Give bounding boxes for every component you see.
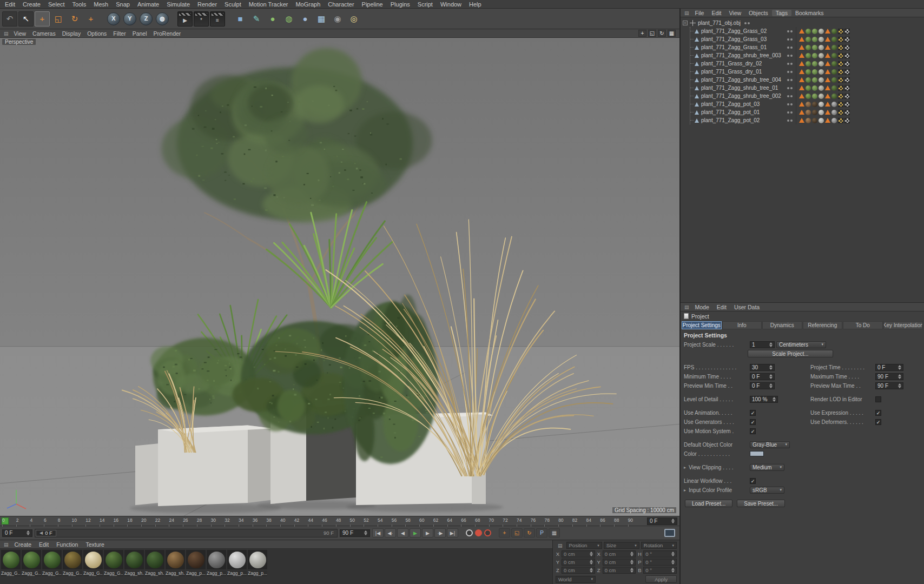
material-thumbnail[interactable] (227, 550, 247, 569)
material-tag-icon[interactable] (812, 94, 817, 99)
attribute-menu-item[interactable]: Edit (713, 304, 730, 310)
stepper-icon[interactable] (896, 365, 901, 370)
range-start-field[interactable]: 0 F (2, 529, 32, 537)
next-key-button[interactable]: ·▶ (434, 528, 446, 537)
object-row-root[interactable]: − plant_771_obj.obj (683, 19, 924, 27)
material-tag-icon[interactable] (812, 53, 817, 58)
generators-icon[interactable]: ◍ (281, 11, 296, 26)
uv-tag-icon[interactable] (838, 45, 843, 50)
pan-view-icon[interactable]: + (638, 30, 646, 37)
phong-tag-icon[interactable] (799, 53, 804, 58)
phong-tag-icon[interactable] (825, 53, 830, 58)
material-tag-icon[interactable] (812, 85, 817, 91)
material-tag-icon[interactable] (819, 110, 824, 115)
coordinate-input[interactable]: 0 ° (643, 550, 677, 558)
material-panel-icon[interactable]: ▤ (2, 542, 11, 547)
material-tag-icon[interactable] (812, 69, 817, 75)
material-thumbnail[interactable] (248, 550, 267, 569)
z-axis-lock-icon[interactable]: Z (140, 12, 153, 25)
save-preset-button[interactable]: Save Preset... (737, 500, 785, 507)
stepper-icon[interactable] (24, 530, 30, 535)
visibility-dots[interactable] (786, 95, 794, 97)
object-manager-menu-item[interactable]: Tags (772, 10, 791, 16)
minimum-time-input[interactable]: 0 F (750, 373, 775, 380)
max-time-field[interactable]: 90 F (340, 529, 370, 537)
material-item[interactable]: Zagg_sh... (124, 550, 144, 583)
uv-tag-icon[interactable] (838, 37, 843, 42)
use-motion-system-checkbox[interactable]: ✓ (750, 428, 756, 434)
material-tag-icon[interactable] (806, 94, 811, 99)
stepper-icon[interactable] (669, 568, 675, 573)
linear-workflow-checkbox[interactable]: ✓ (750, 478, 756, 484)
phong-tag-icon[interactable] (825, 37, 830, 42)
material-tag-icon[interactable] (831, 102, 837, 107)
menu-item[interactable]: Edit (1, 1, 19, 8)
visibility-dots[interactable] (786, 63, 794, 65)
material-tag-icon[interactable] (806, 37, 811, 42)
uv-tag-icon[interactable] (838, 29, 843, 34)
scale-project-button[interactable]: Scale Project... (748, 350, 833, 357)
menu-item[interactable]: MoGraph (292, 1, 324, 8)
uv-tag-icon[interactable] (844, 110, 850, 115)
project-scale-input[interactable]: 1 (750, 341, 775, 348)
menu-item[interactable]: Plugins (387, 1, 414, 8)
uv-tag-icon[interactable] (844, 29, 850, 34)
material-tag-icon[interactable] (819, 45, 824, 50)
material-item[interactable]: Zagg_G... (83, 550, 103, 583)
coordinate-input[interactable]: 0 ° (643, 567, 677, 574)
material-item[interactable]: Zagg_G... (42, 550, 62, 583)
menu-item[interactable]: Help (465, 1, 485, 8)
object-row[interactable]: plant_771_Zagg_Grass_02 (690, 27, 924, 35)
phong-tag-icon[interactable] (825, 69, 830, 74)
material-tag-icon[interactable] (812, 118, 817, 123)
toggle-views-icon[interactable]: ▦ (668, 30, 676, 37)
uv-tag-icon[interactable] (838, 69, 843, 75)
visibility-dots[interactable] (786, 120, 794, 122)
attribute-tab[interactable]: Info (722, 321, 762, 329)
material-tag-icon[interactable] (819, 118, 824, 123)
material-tag-icon[interactable] (819, 77, 824, 83)
coordinate-space-dropdown[interactable]: World ▾ (556, 576, 596, 583)
stepper-icon[interactable] (588, 568, 593, 573)
material-item[interactable]: Zagg_p... (186, 550, 206, 583)
material-tag-icon[interactable] (812, 110, 817, 115)
default-object-color-dropdown[interactable]: Gray-Blue ▾ (750, 441, 790, 448)
material-tag-icon[interactable] (819, 69, 824, 75)
render-settings-icon[interactable]: * (194, 11, 209, 26)
attribute-tab[interactable]: To Do (843, 321, 883, 329)
material-tag-icon[interactable] (831, 45, 837, 50)
material-tag-icon[interactable] (831, 85, 837, 91)
material-tag-icon[interactable] (819, 53, 824, 58)
scale-tool-icon[interactable]: ◱ (51, 11, 66, 26)
phong-tag-icon[interactable] (799, 37, 804, 42)
viewport-menu-item[interactable]: View (11, 30, 30, 37)
uv-tag-icon[interactable] (838, 77, 843, 83)
stepper-icon[interactable] (669, 560, 675, 565)
y-axis-lock-icon[interactable]: Y (123, 12, 136, 25)
phong-tag-icon[interactable] (799, 45, 804, 50)
uv-tag-icon[interactable] (844, 85, 850, 91)
stepper-icon[interactable] (362, 530, 367, 535)
material-tag-icon[interactable] (812, 45, 817, 50)
move-tool-icon[interactable]: + (35, 11, 50, 26)
coordinates-panel-icon[interactable]: ▤ (556, 543, 565, 548)
stepper-icon[interactable] (588, 552, 593, 556)
object-row[interactable]: plant_771_Zagg_shrub_tree_002 (690, 92, 924, 100)
attribute-menu-item[interactable]: User Data (730, 304, 763, 310)
camera-icon[interactable]: ◉ (330, 11, 345, 26)
material-tag-icon[interactable] (831, 77, 837, 83)
project-time-input[interactable]: 0 F (875, 364, 903, 371)
goto-start-button[interactable]: |◀ (372, 528, 384, 537)
timeline-scrubber[interactable]: ◀ 0 F 90 F (35, 529, 338, 537)
preview-min-time-input[interactable]: 0 F (750, 382, 775, 389)
uv-tag-icon[interactable] (838, 61, 843, 67)
playhead-handle[interactable]: ◀ 0 F (36, 530, 56, 536)
phong-tag-icon[interactable] (825, 118, 830, 123)
visibility-dots[interactable] (786, 55, 794, 57)
material-tag-icon[interactable] (831, 118, 837, 123)
uv-tag-icon[interactable] (838, 102, 843, 107)
view-camera-label[interactable]: Perspective (2, 39, 36, 45)
visibility-dots[interactable] (786, 111, 794, 114)
viewport-menu-item[interactable]: Cameras (29, 30, 59, 37)
record-scale-toggle[interactable]: ◱ (511, 528, 523, 537)
